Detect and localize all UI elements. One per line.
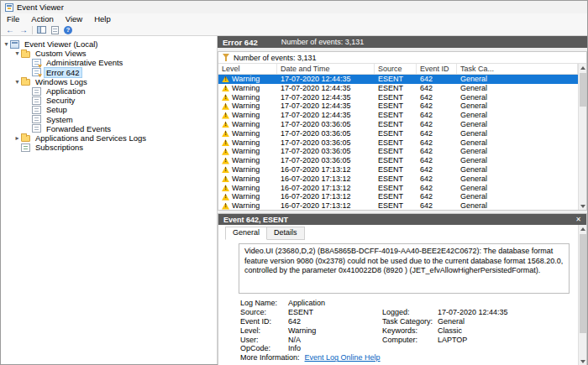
datetime-cell: 17-07-2020 03:36:05 [277, 156, 375, 165]
close-icon[interactable] [573, 216, 581, 224]
menu-view[interactable]: View [60, 14, 88, 23]
event-table-body: Warning 17-07-2020 12:44:35 ESENT 642 Ge… [218, 75, 578, 210]
task-category-cell: General [457, 138, 578, 148]
sidebar-item-applications-and-services-logs[interactable]: ▸ Applications and Services Logs [1, 133, 217, 143]
column-header-event-id[interactable]: Event ID [417, 64, 457, 74]
event-id-cell: 642 [417, 75, 457, 84]
datetime-cell: 16-07-2020 17:13:12 [277, 201, 375, 210]
task-category-cell: General [457, 84, 578, 93]
event-row[interactable]: Warning 16-07-2020 17:13:12 ESENT 642 Ge… [218, 184, 578, 193]
event-row[interactable]: Warning 16-07-2020 17:13:12 ESENT 642 Ge… [218, 175, 578, 184]
event-row[interactable]: Warning 17-07-2020 03:36:05 ESENT 642 Ge… [218, 120, 578, 129]
tree-item-label: Applications and Services Logs [34, 133, 148, 143]
sidebar-item-application[interactable]: Application [1, 86, 217, 96]
tab-details[interactable]: Details [266, 227, 305, 240]
column-header-level[interactable]: Level [218, 64, 277, 74]
event-row[interactable]: Warning 17-07-2020 12:44:35 ESENT 642 Ge… [218, 84, 578, 93]
datetime-cell: 17-07-2020 03:36:05 [277, 129, 375, 138]
detail-scrollbar-thumb[interactable] [580, 234, 586, 333]
forward-icon[interactable] [18, 25, 29, 35]
event-row[interactable]: Warning 17-07-2020 03:36:05 ESENT 642 Ge… [218, 156, 578, 165]
source-cell: ESENT [375, 93, 417, 102]
field-label-2 [382, 299, 438, 308]
expander-icon[interactable]: ▾ [13, 50, 21, 57]
task-category-cell: General [457, 184, 578, 193]
sidebar-item-subscriptions[interactable]: Subscriptions [1, 143, 217, 152]
detail-scroll-up-icon[interactable] [579, 225, 587, 233]
event-row[interactable]: Warning 17-07-2020 03:36:05 ESENT 642 Ge… [218, 138, 578, 148]
warning-icon [222, 103, 229, 110]
sidebar-item-administrative-events[interactable]: Administrative Events [1, 58, 217, 67]
warning-icon [222, 194, 229, 201]
sidebar-item-custom-views[interactable]: ▾ Custom Views [1, 49, 217, 58]
sidebar-item-forwarded-events[interactable]: Forwarded Events [1, 124, 217, 133]
level-cell-label: Warning [232, 192, 260, 201]
level-cell-label: Warning [232, 120, 260, 129]
event-id-cell: 642 [417, 147, 457, 156]
menubar: File Action View Help [1, 13, 587, 24]
warning-icon [222, 175, 229, 182]
preview-pane: Event 642, ESENT General Details Video.U… [218, 213, 587, 365]
source-cell: ESENT [375, 192, 417, 201]
expander-icon[interactable]: ▸ [13, 134, 21, 142]
export-list-icon[interactable] [51, 26, 59, 34]
event-row[interactable]: Warning 17-07-2020 03:36:05 ESENT 642 Ge… [218, 147, 578, 156]
event-list-scrollbar-thumb[interactable] [580, 73, 586, 107]
task-category-cell: General [457, 175, 578, 184]
scroll-down-icon[interactable] [579, 201, 587, 210]
task-category-cell: General [457, 129, 578, 138]
source-cell: ESENT [375, 156, 417, 165]
menu-file[interactable]: File [1, 14, 25, 23]
expander-icon[interactable]: ▾ [13, 78, 21, 86]
column-header-source[interactable]: Source [375, 64, 417, 74]
detail-scrollbar[interactable] [578, 225, 586, 365]
event-row[interactable]: Warning 17-07-2020 12:44:35 ESENT 642 Ge… [218, 93, 578, 102]
sidebar-item-setup[interactable]: Setup [1, 105, 217, 114]
event-row[interactable]: Warning 16-07-2020 17:13:12 ESENT 642 Ge… [218, 192, 578, 201]
event-row[interactable]: Warning 17-07-2020 12:44:35 ESENT 642 Ge… [218, 102, 578, 111]
event-row[interactable]: Warning 17-07-2020 03:36:05 ESENT 642 Ge… [218, 129, 578, 138]
event-row[interactable]: Warning 16-07-2020 17:13:12 ESENT 642 Ge… [218, 165, 578, 175]
event-row[interactable]: Warning 17-07-2020 12:44:35 ESENT 642 Ge… [218, 75, 578, 84]
event-log-online-help-link[interactable]: Event Log Online Help [305, 353, 381, 362]
datetime-cell: 17-07-2020 03:36:05 [277, 138, 375, 148]
event-list-scrollbar[interactable] [578, 64, 586, 210]
sidebar-item-error-642[interactable]: Error 642 [1, 68, 217, 77]
sidebar-item-event-viewer-local-[interactable]: ▾ Event Viewer (Local) [1, 39, 217, 49]
event-row[interactable]: Warning 17-07-2020 12:44:35 ESENT 642 Ge… [218, 111, 578, 120]
sidebar-item-security[interactable]: Security [1, 96, 217, 105]
back-icon[interactable] [5, 25, 15, 35]
sidebar-item-system[interactable]: System [1, 115, 217, 124]
event-id-cell: 642 [417, 165, 457, 175]
tab-general[interactable]: General [225, 227, 267, 240]
level-cell-label: Warning [232, 165, 260, 175]
sidebar-tree: ▾ Event Viewer (Local) ▾ Custom Views Ad… [1, 36, 218, 364]
sidebar-item-windows-logs[interactable]: ▾ Windows Logs [1, 77, 217, 86]
preview-pane-title: Event 642, ESENT [223, 216, 288, 224]
window-title: Event Viewer [17, 3, 64, 12]
column-header-task-category[interactable]: Task Ca... [457, 64, 578, 74]
detail-scroll-down-icon[interactable] [579, 357, 587, 365]
level-cell-label: Warning [232, 156, 260, 165]
level-cell-label: Warning [232, 84, 260, 93]
menu-action[interactable]: Action [25, 14, 59, 23]
field-value: 642 [288, 317, 382, 326]
event-row[interactable]: Warning 16-07-2020 17:13:12 ESENT 642 Ge… [218, 201, 578, 210]
event-id-cell: 642 [417, 201, 457, 210]
results-header-title: Error 642 [223, 38, 258, 47]
tree-item-label: Event Viewer (Local) [23, 39, 99, 49]
source-cell: ESENT [375, 138, 417, 148]
tree-icon [32, 96, 41, 105]
show-console-tree-icon[interactable] [37, 26, 46, 34]
menu-help[interactable]: Help [88, 14, 117, 23]
field-label-2: Computer: [382, 336, 438, 345]
scroll-up-icon[interactable] [579, 64, 587, 72]
task-category-cell: General [457, 192, 578, 201]
help-icon[interactable] [64, 26, 72, 34]
event-list: Number of events: 3,131 Level Date and T… [218, 51, 587, 211]
source-cell: ESENT [375, 120, 417, 129]
field-label: Level: [240, 326, 288, 336]
expander-icon[interactable]: ▾ [3, 40, 10, 48]
tree-icon [21, 135, 30, 142]
column-header-date-and-time[interactable]: Date and Time [277, 64, 375, 74]
